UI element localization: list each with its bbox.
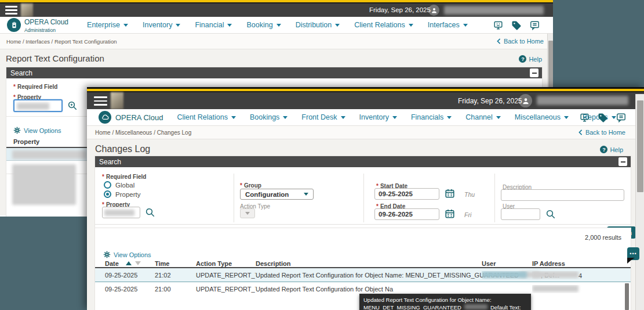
help-link[interactable]: ? Help (600, 146, 623, 153)
group-select[interactable]: Configuration (240, 189, 314, 200)
nav-item-label: Channel (465, 113, 493, 121)
nav-item-label: Enterprise (87, 21, 120, 29)
nav-item-label: Miscellaneous (515, 113, 561, 121)
search-icon[interactable] (545, 209, 556, 219)
start-date-input[interactable] (374, 188, 439, 200)
action-type-select-disabled (240, 208, 255, 218)
view-options-link[interactable]: View Options (103, 251, 151, 258)
nav-utility-icons (493, 20, 540, 31)
radio-icon (104, 181, 111, 189)
end-date-input[interactable] (374, 208, 439, 220)
nav-item-inventory[interactable]: Inventory (359, 113, 397, 121)
back-to-home-link[interactable]: Back to Home (497, 38, 544, 45)
nav-item-interfaces[interactable]: Interfaces (428, 21, 468, 29)
column-header-action-type[interactable]: Action Type (196, 260, 256, 267)
chevron-down-icon (245, 212, 250, 217)
user-input[interactable] (501, 208, 540, 220)
calendar-icon[interactable] (445, 188, 455, 199)
group-field-label: *Group (240, 182, 261, 189)
sort-controls (126, 258, 141, 268)
cell-ip-address (532, 285, 631, 293)
scrollbar-thumb[interactable] (637, 100, 643, 192)
opera-admin-logo[interactable] (7, 18, 21, 32)
column-header-time[interactable]: Time (155, 260, 196, 267)
user-avatar-icon[interactable] (519, 94, 532, 107)
search-icon[interactable] (145, 207, 155, 218)
column-header-property: Property (13, 138, 39, 145)
property-input[interactable] (102, 207, 140, 218)
brand-name: OPERA Cloud (24, 18, 68, 26)
nav-item-financials[interactable]: Financials (411, 113, 452, 121)
nav-item-bookings[interactable]: Bookings (250, 113, 288, 121)
help-link[interactable]: ? Help (519, 55, 542, 63)
main-nav-bar: OPERA Cloud Administration Enterprise In… (0, 17, 553, 34)
gear-icon (103, 251, 111, 258)
breadcrumb[interactable]: Home / Interfaces / Report Text Configur… (6, 38, 117, 45)
nav-item-channel[interactable]: Channel (465, 113, 501, 121)
table-scrollbar-thumb[interactable] (625, 283, 629, 310)
search-icon[interactable] (67, 100, 78, 111)
nav-item-client-relations[interactable]: Client Relations (354, 21, 413, 29)
opera-cloud-logo[interactable] (99, 111, 111, 124)
collapse-search-button[interactable] (618, 157, 627, 166)
nav-item-front-desk[interactable]: Front Desk (301, 113, 345, 121)
tooltip-line-1: Updated Report Text Configuration for Ob… (363, 296, 527, 304)
column-header-description[interactable]: Description (256, 260, 482, 267)
hamburger-menu-icon[interactable] (94, 96, 107, 106)
workstation-icon[interactable] (579, 112, 590, 123)
view-options-link[interactable]: View Options (13, 127, 61, 134)
minus-icon (621, 161, 625, 163)
sort-desc-icon[interactable] (135, 261, 141, 268)
workstation-icon[interactable] (493, 20, 504, 31)
nav-item-miscellaneous[interactable]: Miscellaneous (515, 113, 569, 121)
main-nav-bar: OPERA Cloud Client Relations Bookings Fr… (87, 109, 644, 126)
column-header-user[interactable]: User (482, 260, 532, 267)
nav-item-inventory[interactable]: Inventory (143, 21, 180, 29)
nav-item-distribution[interactable]: Distribution (296, 21, 340, 29)
search-panel-header: Search (95, 156, 631, 167)
brand-subtitle: Administration (24, 27, 56, 33)
tag-icon[interactable] (598, 113, 608, 123)
calendar-icon[interactable] (445, 208, 455, 219)
nav-item-booking[interactable]: Booking (246, 21, 281, 29)
brand-text[interactable]: OPERA Cloud Administration (24, 18, 68, 33)
chat-icon[interactable] (529, 20, 540, 31)
window-scrollbar[interactable] (635, 94, 644, 310)
cell-time: 21:00 (155, 286, 196, 293)
back-to-home-link[interactable]: Back to Home (578, 129, 625, 136)
help-label: Help (610, 146, 623, 153)
column-header-ip-address[interactable]: IP Address (532, 260, 631, 267)
breadcrumb[interactable]: Home / Miscellaneous / Changes Log (95, 129, 191, 136)
nav-item-client-relations[interactable]: Client Relations (177, 113, 236, 121)
sort-asc-icon[interactable] (126, 258, 132, 265)
nav-item-label: Interfaces (428, 21, 460, 29)
hamburger-menu-icon[interactable] (5, 6, 17, 15)
page-content: Changes Log ? Help Search *Required Fiel… (87, 139, 644, 310)
chat-icon[interactable] (616, 112, 627, 123)
user-avatar-icon[interactable] (428, 5, 439, 16)
redacted-list-content (12, 164, 76, 205)
cell-description: Updated Report Text Configuration for Ob… (256, 272, 482, 279)
property-input[interactable] (13, 99, 63, 112)
table-row-selected[interactable]: 09-25-2025 21:02 UPDATE_REPORT_TEXT_... … (95, 268, 631, 282)
nav-item-enterprise[interactable]: Enterprise (87, 21, 128, 29)
brand-name[interactable]: OPERA Cloud (115, 113, 163, 122)
tag-icon[interactable] (511, 20, 522, 31)
column-header-date[interactable]: Date (105, 258, 155, 268)
radio-property-label: Property (115, 191, 140, 198)
page-title: Changes Log (95, 144, 150, 154)
more-options-icon[interactable]: ••• (627, 247, 639, 260)
results-count: 2,000 results (585, 234, 621, 241)
view-options-label: View Options (114, 251, 151, 258)
redacted-header-thumbnail (21, 3, 33, 17)
required-field-note: *Required Field (13, 84, 57, 90)
description-input[interactable] (501, 189, 624, 201)
collapse-search-button[interactable] (530, 69, 539, 77)
radio-property[interactable]: Property (104, 190, 140, 198)
header-date: Friday, Sep 26, 2025 (369, 6, 431, 13)
radio-global[interactable]: Global (104, 181, 134, 189)
desktop: Friday, Sep 26, 2025 OPERA Cloud Adminis… (0, 0, 644, 310)
nav-item-financial[interactable]: Financial (195, 21, 232, 29)
cell-description: Updated Report Text Configuration for Ob… (256, 286, 482, 293)
group-select-value: Configuration (245, 191, 289, 198)
